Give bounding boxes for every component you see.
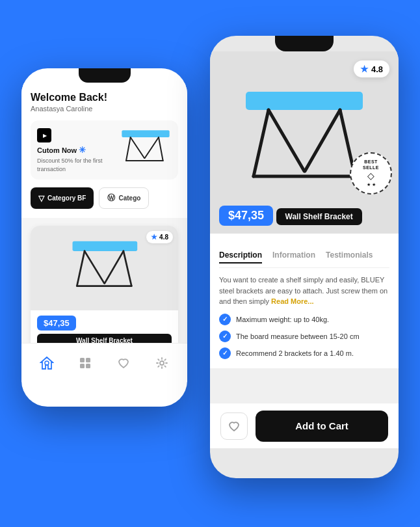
rating-badge-front: ★ 4.8 xyxy=(354,61,389,77)
product-hero-image: ★ 4.8 BESTSELLE ◇ ★ ★ $4 xyxy=(210,51,399,234)
svg-line-10 xyxy=(105,251,124,284)
check-icon-1 xyxy=(219,314,231,325)
svg-point-13 xyxy=(45,361,49,365)
feature-list: Maximum weight: up to 40kg. The board me… xyxy=(219,314,389,359)
front-phone: ★ 4.8 BESTSELLE ◇ ★ ★ $4 xyxy=(210,36,399,478)
screen-back: Welcome Back! Anastasya Caroline Cutom N… xyxy=(21,83,187,382)
svg-rect-16 xyxy=(80,364,85,368)
price-tag-back: $47,35 xyxy=(37,316,76,331)
tab-information[interactable]: Information xyxy=(272,250,315,264)
category-w-button[interactable]: Ⓦ Catego xyxy=(99,187,149,209)
svg-line-3 xyxy=(131,137,144,158)
svg-point-18 xyxy=(160,361,164,365)
star-icon-front: ★ xyxy=(360,64,369,74)
product-card-back[interactable]: ★ 4.8 $47,35 Wall Shelf Bracket xyxy=(31,226,178,353)
svg-rect-15 xyxy=(86,358,90,362)
tabs-row: Description Information Testimonials xyxy=(219,250,389,268)
back-content: Welcome Back! Anastasya Caroline Cutom N… xyxy=(21,83,187,218)
product-name-front: Wall Shelf Bracket xyxy=(276,208,362,225)
bs-star-1: ★ xyxy=(367,182,371,187)
promo-shelf-image xyxy=(120,127,172,169)
nav-heart-icon[interactable] xyxy=(114,354,133,372)
best-seller-text: BESTSELLE xyxy=(363,159,379,170)
svg-line-8 xyxy=(123,251,131,286)
svg-line-4 xyxy=(145,137,159,158)
back-phone: Welcome Back! Anastasya Caroline Cutom N… xyxy=(21,68,187,407)
wishlist-button[interactable] xyxy=(220,412,248,440)
read-more-link[interactable]: Read More... xyxy=(271,297,313,305)
product-details: Description Information Testimonials You… xyxy=(210,234,399,368)
svg-rect-14 xyxy=(80,358,85,362)
check-icon-3 xyxy=(219,347,231,359)
notch-back xyxy=(79,68,131,83)
svg-line-20 xyxy=(254,110,269,176)
svg-marker-12 xyxy=(41,357,53,369)
svg-rect-6 xyxy=(72,241,137,251)
svg-line-22 xyxy=(269,110,304,171)
welcome-subtitle: Anastasya Caroline xyxy=(31,105,178,113)
tab-testimonials[interactable]: Testimonials xyxy=(326,250,373,264)
category-bf-button[interactable]: ▽ Category BF xyxy=(31,187,94,209)
svg-line-9 xyxy=(85,251,104,284)
bs-star-2: ★ xyxy=(372,182,376,187)
bottom-nav xyxy=(21,343,187,382)
tab-description[interactable]: Description xyxy=(219,250,262,264)
best-seller-badge: BESTSELLE ◇ ★ ★ xyxy=(350,152,392,195)
notch-front xyxy=(275,36,334,51)
promo-card[interactable]: Cutom Now ✳ Discount 50% for the first t… xyxy=(31,120,178,180)
svg-rect-19 xyxy=(246,92,363,110)
star-icon-back: ★ xyxy=(151,233,157,241)
play-button[interactable] xyxy=(37,128,51,142)
svg-line-23 xyxy=(305,110,340,171)
feature-item-2: The board measure between 15-20 cm xyxy=(219,331,389,342)
svg-line-2 xyxy=(159,137,163,161)
nav-grid-icon[interactable] xyxy=(76,354,94,372)
check-icon-2 xyxy=(219,331,231,342)
nav-settings-icon[interactable] xyxy=(153,354,171,372)
welcome-title: Welcome Back! xyxy=(31,92,178,103)
svg-rect-0 xyxy=(122,130,169,137)
nav-home-icon[interactable] xyxy=(38,354,56,372)
feature-item-3: Recommend 2 brackets for a 1.40 m. xyxy=(219,347,389,359)
rating-badge-back: ★ 4.8 xyxy=(146,231,173,243)
category-row: ▽ Category BF Ⓦ Catego xyxy=(31,187,178,209)
screen-front: ★ 4.8 BESTSELLE ◇ ★ ★ $4 xyxy=(210,51,399,448)
promo-description: Discount 50% for the first transaction xyxy=(37,157,114,173)
description-text: You want to create a shelf simply and ea… xyxy=(219,275,389,307)
svg-line-1 xyxy=(126,137,131,161)
promo-label: Cutom Now ✳ xyxy=(37,145,114,155)
svg-rect-17 xyxy=(86,364,90,368)
best-seller-diamond-icon: ◇ xyxy=(367,170,374,181)
feature-item-1: Maximum weight: up to 40kg. xyxy=(219,314,389,325)
product-image-back: ★ 4.8 xyxy=(31,226,178,310)
add-to-cart-button[interactable]: Add to Cart xyxy=(256,411,388,442)
hero-price-area: $47,35 Wall Shelf Bracket xyxy=(219,204,362,226)
bottom-actions: Add to Cart xyxy=(210,403,399,448)
price-large: $47,35 xyxy=(219,206,273,226)
svg-line-7 xyxy=(77,251,85,286)
